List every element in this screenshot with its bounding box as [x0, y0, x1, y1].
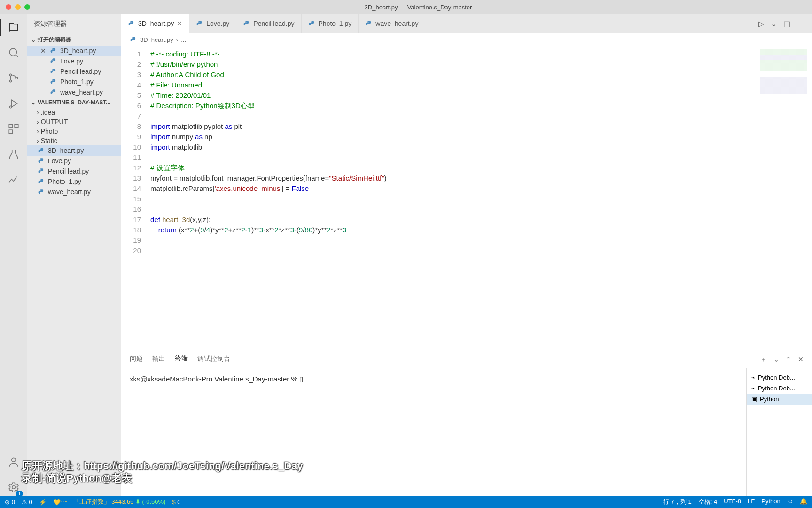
open-editor-item[interactable]: wave_heart.py [27, 87, 121, 97]
python-file-icon [50, 47, 57, 55]
svg-point-16 [40, 159, 41, 159]
run-dropdown-icon[interactable]: ⌄ [771, 19, 777, 28]
search-icon[interactable] [5, 44, 22, 61]
file-item[interactable]: Pencil lead.py [27, 166, 121, 176]
tab-terminal[interactable]: 终端 [175, 354, 188, 365]
folder-label: Static [41, 137, 57, 144]
open-editor-item[interactable]: Love.py [27, 56, 121, 66]
svg-point-4 [9, 106, 11, 108]
close-window[interactable] [6, 4, 11, 10]
debug-icon: ⌁ [751, 385, 755, 392]
editor-tab[interactable]: Photo_1.py [302, 14, 359, 33]
maximize-panel-icon[interactable]: ⌃ [786, 356, 791, 364]
editor-tab[interactable]: wave_heart.py [359, 14, 425, 33]
python-file-icon [196, 20, 203, 27]
cursor-position[interactable]: 行 7，列 1 [663, 498, 692, 506]
terminal-list: ⌁ Python Deb... ⌁ Python Deb... ▣ Python [746, 368, 812, 496]
run-icon[interactable]: ▷ [758, 19, 764, 28]
feedback-icon[interactable]: ☺ [787, 498, 793, 506]
svg-point-20 [131, 21, 131, 22]
terminal-session[interactable]: ⌁ Python Deb... [747, 383, 812, 394]
minimize-window[interactable] [15, 4, 21, 10]
file-item[interactable]: wave_heart.py [27, 187, 121, 197]
folder-item[interactable]: › Static [27, 136, 121, 145]
terminal-dropdown-icon[interactable]: ⌄ [773, 356, 779, 364]
python-file-icon [50, 57, 57, 65]
tab-debug-console[interactable]: 调试控制台 [197, 355, 230, 365]
errors-count[interactable]: ⊘ 0 [5, 499, 15, 506]
svg-point-12 [53, 69, 53, 70]
extensions-icon[interactable] [5, 120, 22, 137]
close-icon[interactable]: ✕ [39, 47, 47, 55]
breadcrumb[interactable]: 3D_heart.py › ... [121, 33, 812, 46]
terminal-session[interactable]: ▣ Python [747, 394, 812, 405]
terminal-session[interactable]: ⌁ Python Deb... [747, 372, 812, 383]
run-debug-icon[interactable] [5, 95, 22, 112]
split-editor-icon[interactable]: ◫ [783, 19, 790, 28]
explorer-sidebar: 资源管理器 ⋯ ⌄ 打开的编辑器 ✕ 3D_heart.py Love.py P… [27, 14, 121, 496]
language-status[interactable]: Python [761, 498, 780, 506]
encoding-status[interactable]: UTF-8 [724, 498, 741, 506]
chevron-right-icon: › [37, 109, 39, 116]
file-item[interactable]: Photo_1.py [27, 176, 121, 187]
chevron-down-icon: ⌄ [31, 99, 36, 106]
open-editor-item[interactable]: Photo_1.py [27, 77, 121, 87]
testing-icon[interactable] [5, 146, 22, 163]
svg-point-21 [199, 21, 199, 22]
tab-label: wave_heart.py [375, 20, 418, 27]
open-editor-item[interactable]: ✕ 3D_heart.py [27, 46, 121, 56]
close-panel-icon[interactable]: ✕ [798, 356, 804, 364]
editor-tab[interactable]: 3D_heart.py ✕ [121, 14, 189, 33]
close-icon[interactable]: ✕ [177, 20, 182, 27]
tab-output[interactable]: 输出 [152, 355, 165, 365]
folder-item[interactable]: › .idea [27, 108, 121, 117]
status-indicator-icon[interactable]: ⚡ [39, 499, 47, 506]
notifications-icon[interactable]: 🔔 [800, 498, 807, 506]
new-terminal-icon[interactable]: ＋ [760, 356, 767, 364]
settings-gear-icon[interactable]: 1 [5, 479, 22, 496]
file-label: Pencil lead.py [48, 167, 89, 175]
code-editor[interactable]: 1234567891011121314151617181920 # -*- co… [121, 46, 812, 350]
svg-point-18 [40, 179, 41, 180]
project-section[interactable]: ⌄ VALENTINE.S_DAY-MAST... [27, 97, 121, 108]
folder-label: OUTPUT [41, 118, 68, 126]
graph-icon[interactable] [5, 171, 22, 188]
svg-point-25 [133, 37, 133, 38]
svg-point-15 [40, 148, 41, 149]
tab-label: Love.py [206, 20, 229, 27]
folder-label: .idea [41, 109, 55, 116]
minimap[interactable] [760, 49, 807, 105]
file-item[interactable]: 3D_heart.py [27, 145, 121, 156]
folder-item[interactable]: › OUTPUT [27, 117, 121, 127]
editor-tab[interactable]: Pencil lead.py [236, 14, 301, 33]
svg-point-17 [40, 169, 41, 169]
file-item[interactable]: Love.py [27, 156, 121, 166]
coin-count[interactable]: $ 0 [172, 499, 180, 506]
maximize-window[interactable] [24, 4, 30, 10]
file-label: Love.py [48, 157, 71, 165]
open-editors-section[interactable]: ⌄ 打开的编辑器 [27, 34, 121, 46]
window-title: 3D_heart.py — Valentine.s_Day-master [30, 4, 806, 11]
code-content[interactable]: # -*- coding: UTF-8 -*-# !/usr/bin/env p… [148, 46, 812, 350]
folder-item[interactable]: › Photo [27, 127, 121, 136]
explorer-icon[interactable] [5, 19, 22, 36]
accounts-icon[interactable] [5, 453, 22, 470]
eol-status[interactable]: LF [748, 498, 755, 506]
chevron-right-icon: › [37, 118, 39, 126]
warnings-count[interactable]: ⚠ 0 [22, 499, 32, 506]
more-icon[interactable]: ⋯ [108, 20, 115, 28]
tab-problems[interactable]: 问题 [130, 355, 143, 365]
open-editor-item[interactable]: Pencil lead.py [27, 66, 121, 77]
file-label: wave_heart.py [48, 188, 91, 196]
indent-status[interactable]: 空格: 4 [698, 498, 717, 506]
chevron-right-icon: › [37, 127, 39, 135]
source-control-icon[interactable] [5, 70, 22, 87]
more-icon[interactable]: ⋯ [797, 19, 804, 28]
editor-tab[interactable]: Love.py [189, 14, 236, 33]
file-label: Photo_1.py [60, 78, 94, 86]
stock-ticker[interactable]: 「上证指数」 3443.65 ⬇ (-0.56%) [73, 498, 166, 506]
debug-icon: ⌁ [751, 374, 755, 381]
svg-rect-7 [9, 130, 13, 134]
explorer-title: 资源管理器 [34, 20, 67, 28]
status-pulse-icon[interactable]: 💛〰 [53, 499, 67, 506]
